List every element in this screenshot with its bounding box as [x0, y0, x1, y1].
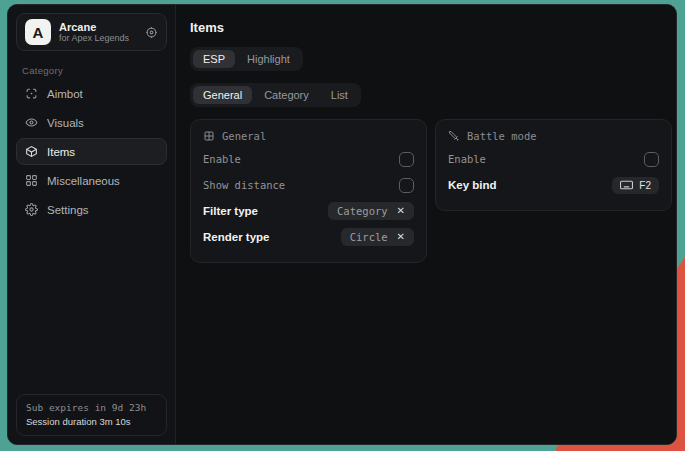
scan-grid-icon	[203, 130, 215, 142]
tab-category[interactable]: Category	[254, 86, 319, 104]
crosshair-icon	[25, 87, 38, 100]
setting-label: Key bind	[448, 179, 497, 191]
setting-row-enable: Enable	[448, 146, 659, 172]
sidebar: A Arcane for Apex Legends Category	[8, 5, 176, 444]
setting-row-filter-type: Filter type Category ✕	[203, 198, 414, 224]
session-duration-text: Session duration 3m 10s	[26, 415, 157, 429]
swords-icon	[448, 130, 460, 142]
setting-label: Enable	[203, 153, 241, 165]
panel-title: Battle mode	[467, 130, 537, 142]
subscription-status-card: Sub expires in 9d 23h Session duration 3…	[16, 394, 167, 437]
target-icon[interactable]	[145, 26, 158, 39]
sidebar-item-label: Items	[47, 146, 75, 158]
app-logo: A	[25, 19, 51, 45]
clear-icon[interactable]: ✕	[397, 232, 405, 242]
brand-text: Arcane for Apex Legends	[59, 21, 137, 44]
sidebar-item-label: Aimbot	[47, 88, 83, 100]
grid-icon	[25, 174, 38, 187]
sidebar-item-label: Settings	[47, 204, 89, 216]
setting-label: Render type	[203, 231, 269, 243]
battle-enable-checkbox[interactable]	[644, 152, 659, 167]
eye-icon	[25, 116, 38, 129]
keyboard-icon	[620, 180, 633, 190]
setting-row-show-distance: Show distance	[203, 172, 414, 198]
brand-card: A Arcane for Apex Legends	[16, 13, 167, 51]
setting-row-key-bind: Key bind F2	[448, 172, 659, 198]
keybind-button[interactable]: F2	[612, 177, 659, 194]
sidebar-item-label: Miscellaneous	[47, 175, 120, 187]
app-subtitle: for Apex Legends	[59, 33, 137, 43]
tab-general[interactable]: General	[193, 86, 252, 104]
select-value: Circle	[350, 231, 388, 243]
general-panel: General Enable Show distance Filter type…	[190, 119, 427, 263]
clear-icon[interactable]: ✕	[397, 206, 405, 216]
box-icon	[25, 145, 38, 158]
setting-row-render-type: Render type Circle ✕	[203, 224, 414, 250]
sub-expires-text: Sub expires in 9d 23h	[26, 401, 157, 415]
setting-label: Show distance	[203, 179, 285, 191]
sub-tabs: General Category List	[190, 83, 361, 107]
tab-list[interactable]: List	[321, 86, 358, 104]
tab-esp[interactable]: ESP	[193, 50, 235, 68]
enable-checkbox[interactable]	[399, 152, 414, 167]
main-content: Items ESP Highlight General Category Lis…	[176, 5, 677, 444]
page-title: Items	[190, 20, 672, 35]
setting-label: Filter type	[203, 205, 258, 217]
general-panel-header: General	[203, 130, 414, 142]
battle-mode-panel: Battle mode Enable Key bind	[435, 119, 672, 211]
select-value: Category	[337, 205, 388, 217]
sidebar-category-label: Category	[22, 65, 167, 76]
sidebar-nav: Aimbot Visuals Items	[16, 80, 167, 223]
show-distance-checkbox[interactable]	[399, 178, 414, 193]
gear-icon	[25, 203, 38, 216]
setting-row-enable: Enable	[203, 146, 414, 172]
render-type-select[interactable]: Circle ✕	[341, 228, 414, 246]
sidebar-item-aimbot[interactable]: Aimbot	[16, 80, 167, 107]
filter-type-select[interactable]: Category ✕	[328, 202, 414, 220]
battle-mode-panel-header: Battle mode	[448, 130, 659, 142]
app-window: A Arcane for Apex Legends Category	[7, 4, 677, 445]
setting-label: Enable	[448, 153, 486, 165]
panel-title: General	[222, 130, 266, 142]
tab-highlight[interactable]: Highlight	[237, 50, 300, 68]
sidebar-item-visuals[interactable]: Visuals	[16, 109, 167, 136]
app-name: Arcane	[59, 21, 137, 34]
keybind-value: F2	[639, 180, 651, 191]
sidebar-item-settings[interactable]: Settings	[16, 196, 167, 223]
sidebar-item-label: Visuals	[47, 117, 84, 129]
mode-tabs: ESP Highlight	[190, 47, 303, 71]
sidebar-item-miscellaneous[interactable]: Miscellaneous	[16, 167, 167, 194]
sidebar-item-items[interactable]: Items	[16, 138, 167, 165]
